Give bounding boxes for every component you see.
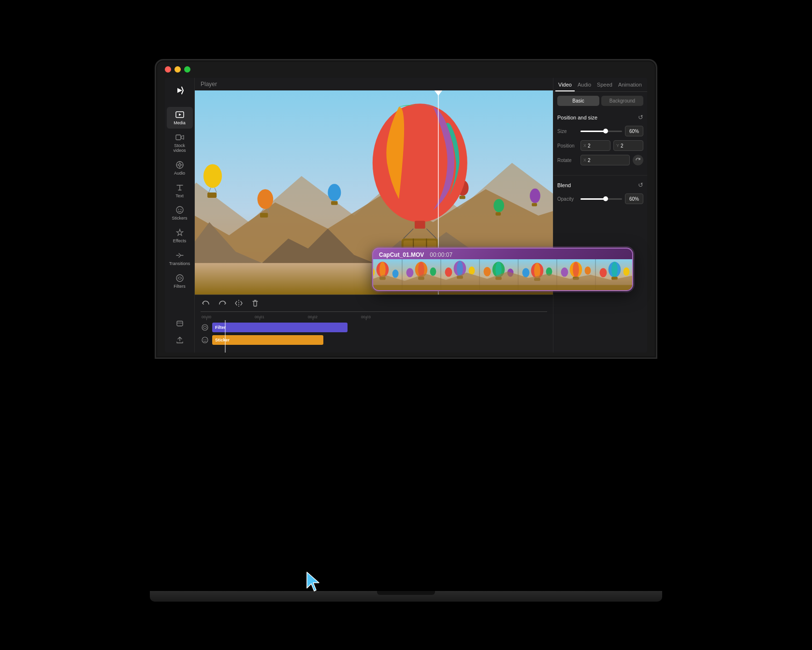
svg-point-61	[457, 261, 463, 276]
size-value[interactable]: 60%	[625, 126, 643, 136]
media-label: Media	[174, 121, 186, 126]
position-size-label: Position and size	[557, 115, 597, 120]
split-button[interactable]	[233, 298, 244, 309]
pos-y-label: Y	[616, 143, 619, 148]
app-logo	[171, 82, 188, 99]
timeline-ruler: 00:00 00:01 00:02 00:03	[195, 311, 553, 320]
filter-clip[interactable]: Filter	[212, 323, 348, 332]
svg-point-20	[328, 184, 341, 201]
svg-rect-21	[331, 201, 338, 205]
transitions-label: Transitions	[169, 262, 190, 266]
svg-point-40	[202, 337, 208, 343]
subtab-basic[interactable]: Basic	[557, 96, 599, 106]
subtab-basic-label: Basic	[572, 98, 584, 103]
tab-audio[interactable]: Audio	[575, 78, 594, 91]
ft-thumbnail-strip	[373, 259, 632, 290]
pos-y-value: 2	[621, 143, 624, 148]
blend-label: Blend	[557, 182, 571, 188]
sidebar-item-transitions[interactable]: Transitions	[167, 248, 193, 269]
sticker-clip[interactable]: Sticker	[212, 335, 323, 345]
svg-point-4	[176, 207, 183, 213]
svg-point-26	[530, 189, 540, 203]
ft-timecode: 00:00:07	[430, 251, 452, 258]
sidebar-item-audio[interactable]: Audio	[167, 157, 193, 179]
position-size-title: Position and size ↺	[557, 114, 643, 121]
svg-point-41	[203, 340, 204, 340]
opacity-slider[interactable]	[580, 198, 622, 200]
position-row: Position X 2 Y 2	[557, 140, 643, 151]
filter-label: Filter	[215, 325, 226, 330]
rotate-action-button[interactable]	[633, 155, 643, 165]
ruler-line	[201, 311, 547, 312]
svg-rect-8	[177, 321, 183, 326]
sidebar-item-effects[interactable]: Effects	[167, 225, 193, 247]
panel-divider-1	[553, 175, 647, 176]
sticker-label: Sticker	[215, 338, 230, 342]
undo-button[interactable]	[201, 298, 211, 309]
sidebar-item-media[interactable]: Media	[167, 107, 193, 129]
sidebar-item-export[interactable]	[167, 332, 193, 348]
panel-tabs: Video Audio Speed Animation	[553, 78, 647, 92]
svg-point-81	[611, 262, 618, 277]
svg-point-83	[600, 268, 607, 277]
svg-rect-85	[373, 285, 632, 290]
tab-speed[interactable]: Speed	[594, 78, 615, 91]
svg-point-54	[392, 269, 399, 278]
sidebar-bottom	[167, 316, 193, 353]
sidebar-item-settings[interactable]	[167, 316, 193, 331]
svg-point-6	[180, 209, 181, 210]
filters-icon	[175, 273, 185, 283]
position-size-reset[interactable]: ↺	[638, 114, 643, 121]
settings-icon	[175, 319, 185, 328]
player-header: Player	[195, 78, 553, 90]
delete-button[interactable]	[250, 298, 261, 309]
tab-video[interactable]: Video	[555, 78, 575, 91]
tab-animation[interactable]: Animation	[615, 78, 645, 91]
sidebar-item-filters[interactable]: Filters	[167, 270, 193, 292]
svg-point-58	[406, 268, 414, 277]
svg-point-42	[205, 340, 206, 340]
traffic-lights	[165, 66, 190, 73]
redo-button[interactable]	[217, 298, 228, 309]
svg-point-78	[561, 267, 568, 277]
blend-section: Blend ↺ Opacity 60%	[553, 177, 647, 212]
svg-point-68	[484, 267, 491, 276]
svg-point-7	[176, 275, 183, 281]
svg-point-5	[178, 209, 179, 210]
svg-point-73	[522, 268, 530, 277]
rotate-x-input[interactable]: X 2	[580, 155, 630, 165]
sidebar-item-stock-videos[interactable]: Stock videos	[167, 130, 193, 156]
svg-point-59	[430, 267, 436, 276]
svg-point-64	[469, 266, 475, 275]
size-slider[interactable]	[580, 131, 622, 132]
position-label: Position	[557, 143, 578, 148]
stickers-label: Stickers	[172, 216, 187, 221]
maximize-button[interactable]	[184, 66, 190, 73]
floating-timeline: CapCut_01.MOV 00:00:07	[372, 248, 633, 291]
svg-point-16	[258, 189, 274, 209]
audio-label: Audio	[174, 171, 185, 176]
svg-point-79	[585, 266, 591, 275]
sidebar-item-stickers[interactable]: Stickers	[167, 202, 193, 224]
tab-audio-label: Audio	[578, 82, 591, 88]
opacity-value[interactable]: 60%	[625, 193, 643, 204]
svg-rect-29	[415, 221, 425, 229]
laptop-notch	[377, 591, 435, 595]
blend-reset[interactable]: ↺	[638, 181, 643, 189]
text-label: Text	[175, 194, 184, 199]
position-y-input[interactable]: Y 2	[613, 140, 643, 151]
minimize-button[interactable]	[174, 66, 181, 73]
timeline-area: 00:00 00:01 00:02 00:03	[195, 295, 553, 353]
filter-track-row: Filter	[201, 322, 547, 333]
close-button[interactable]	[165, 66, 171, 73]
position-x-input[interactable]: X 2	[580, 140, 610, 151]
effects-icon	[175, 228, 185, 237]
subtab-background[interactable]: Background	[601, 96, 643, 106]
ft-header: CapCut_01.MOV 00:00:07	[373, 249, 632, 259]
stickers-icon	[175, 205, 185, 215]
sidebar-item-text[interactable]: Text	[167, 180, 193, 202]
svg-point-12	[203, 164, 222, 188]
export-icon	[175, 335, 185, 345]
effects-label: Effects	[173, 239, 186, 244]
tab-video-label: Video	[558, 82, 572, 88]
